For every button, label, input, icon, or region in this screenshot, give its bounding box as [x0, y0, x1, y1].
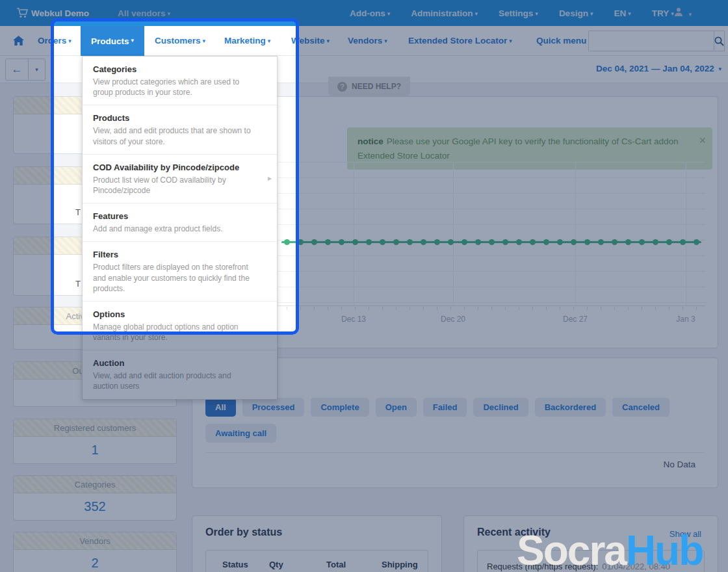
chart-data-point[interactable]	[530, 239, 536, 245]
menu-item-cod-availability[interactable]: COD Availability by Pincode/zipcode Prod…	[83, 155, 277, 203]
recent-activity-title: Recent activity	[477, 526, 551, 538]
activity-name: Requests (http/https request):	[487, 562, 598, 571]
filter-failed[interactable]: Failed	[423, 398, 467, 417]
date-range-picker[interactable]: Dec 04, 2021 — Jan 04, 2022 ▾	[596, 64, 722, 73]
stat-card-registered-customers: Registered customers 1	[13, 419, 177, 464]
need-help-button[interactable]: ? NEED HELP?	[328, 77, 410, 96]
chart-data-point[interactable]	[502, 239, 508, 245]
filter-open[interactable]: Open	[376, 398, 417, 417]
chart-data-point[interactable]	[311, 239, 317, 245]
chart-data-point[interactable]	[543, 239, 549, 245]
chart-data-point[interactable]	[598, 239, 604, 245]
nav-quick-menu[interactable]: Quick menu	[536, 36, 586, 46]
nav-vendors[interactable]: Vendors▾	[348, 36, 387, 46]
menu-item-desc: View, add and edit auction products and …	[93, 370, 266, 391]
chart-data-point[interactable]	[516, 239, 522, 245]
x-axis-tick	[491, 307, 492, 310]
chart-data-point[interactable]	[489, 239, 495, 245]
chart-data-point[interactable]	[325, 239, 331, 245]
nav-products-active-tab[interactable]: Products▾	[81, 26, 144, 56]
vertical-gridline	[686, 162, 686, 306]
filter-backordered[interactable]: Backordered	[535, 398, 606, 417]
back-dropdown-button[interactable]: ▾	[29, 58, 46, 81]
menu-settings[interactable]: Settings▾	[499, 8, 538, 18]
chart-data-point[interactable]	[462, 239, 467, 245]
chart-data-point[interactable]	[557, 239, 563, 245]
x-axis-tick	[478, 307, 478, 310]
stat-card-value[interactable]: 352	[14, 493, 176, 514]
chart-data-point[interactable]	[448, 239, 454, 245]
person-icon	[673, 6, 684, 17]
home-icon[interactable]	[13, 36, 24, 48]
menu-item-filters[interactable]: Filters Product filters are displayed on…	[83, 242, 277, 301]
x-axis-tick	[314, 307, 315, 310]
x-axis-tick	[614, 307, 615, 310]
menu-design[interactable]: Design▾	[559, 8, 593, 18]
x-axis-tick	[587, 307, 588, 310]
chart-data-point[interactable]	[298, 239, 304, 245]
chart-data-point[interactable]	[694, 239, 699, 245]
chart-data-point[interactable]	[407, 239, 413, 245]
chart-data-point[interactable]	[666, 239, 672, 245]
stat-card-value[interactable]: 2	[14, 550, 176, 571]
chart-data-point[interactable]	[352, 239, 358, 245]
menu-item-title: Features	[93, 211, 266, 221]
chart-data-point[interactable]	[339, 239, 344, 245]
chart-data-point[interactable]	[284, 239, 290, 245]
chart-data-point[interactable]	[625, 239, 631, 245]
nav-website[interactable]: Website▾	[291, 36, 330, 46]
x-axis-tick	[423, 307, 424, 310]
x-axis-tick-label: Dec 13	[341, 315, 366, 324]
menu-item-auction[interactable]: Auction View, add and edit auction produ…	[83, 350, 277, 398]
col-status: Status	[222, 560, 269, 569]
chart-data-point[interactable]	[639, 239, 645, 245]
nav-marketing[interactable]: Marketing▾	[224, 36, 270, 46]
admin-search-input[interactable]	[588, 31, 714, 51]
chart-data-point[interactable]	[380, 239, 385, 245]
recent-activity-card: Recent activity Show all Requests (http/…	[463, 515, 718, 572]
nav-customers[interactable]: Customers▾	[155, 36, 205, 46]
user-menu[interactable]: ▾	[673, 6, 692, 20]
chart-data-point[interactable]	[393, 239, 399, 245]
chart-data-point[interactable]	[612, 239, 618, 245]
nav-orders[interactable]: Orders▾	[38, 36, 72, 46]
caret-down-icon: ▾	[387, 10, 391, 17]
menu-item-options[interactable]: Options Manage global product options an…	[83, 302, 277, 350]
filter-all[interactable]: All	[205, 398, 236, 417]
x-axis-tick	[655, 307, 656, 310]
menu-item-features[interactable]: Features Add and manage extra product fi…	[83, 203, 277, 241]
stat-card-value[interactable]: 1	[14, 437, 176, 458]
back-button[interactable]: ←	[5, 58, 29, 81]
chart-data-point[interactable]	[653, 239, 658, 245]
chart-data-point[interactable]	[680, 239, 686, 245]
vendor-filter-dropdown[interactable]: All vendors▾	[118, 8, 170, 18]
activity-row[interactable]: Requests (http/https request): 01/04/202…	[477, 550, 705, 572]
x-axis-tick	[532, 307, 533, 310]
close-icon[interactable]: ×	[699, 131, 706, 150]
chart-data-point[interactable]	[571, 239, 577, 245]
filter-awaiting-call[interactable]: Awaiting call	[205, 424, 276, 443]
filter-declined[interactable]: Declined	[473, 398, 528, 417]
chart-data-point[interactable]	[366, 239, 372, 245]
x-axis-tick	[382, 307, 383, 310]
nav-extended-store-locator[interactable]: Extended Store Locator▾	[408, 36, 512, 46]
menu-addons[interactable]: Add-ons▾	[350, 8, 390, 18]
menu-item-categories[interactable]: Categories View product categories which…	[83, 57, 277, 105]
chart-data-point[interactable]	[421, 239, 426, 245]
menu-item-products[interactable]: Products View, add and edit products tha…	[83, 105, 277, 153]
caret-down-icon: ▾	[168, 10, 171, 17]
stat-card-label: Vendors	[14, 532, 176, 550]
store-name[interactable]: Webkul Demo	[31, 8, 89, 18]
menu-language[interactable]: EN▾	[614, 8, 630, 18]
chart-data-point[interactable]	[434, 239, 440, 245]
show-all-link[interactable]: Show all	[670, 529, 701, 539]
search-button[interactable]	[714, 31, 725, 51]
menu-administration[interactable]: Administration▾	[411, 8, 478, 18]
filter-processed[interactable]: Processed	[242, 398, 305, 417]
filter-complete[interactable]: Complete	[311, 398, 369, 417]
notice-text: Please use your Google API key to verify…	[358, 136, 679, 161]
chart-data-point[interactable]	[475, 239, 481, 245]
chart-data-point[interactable]	[584, 239, 590, 245]
menu-currency[interactable]: TRY▾	[652, 8, 674, 18]
filter-canceled[interactable]: Canceled	[612, 398, 670, 417]
